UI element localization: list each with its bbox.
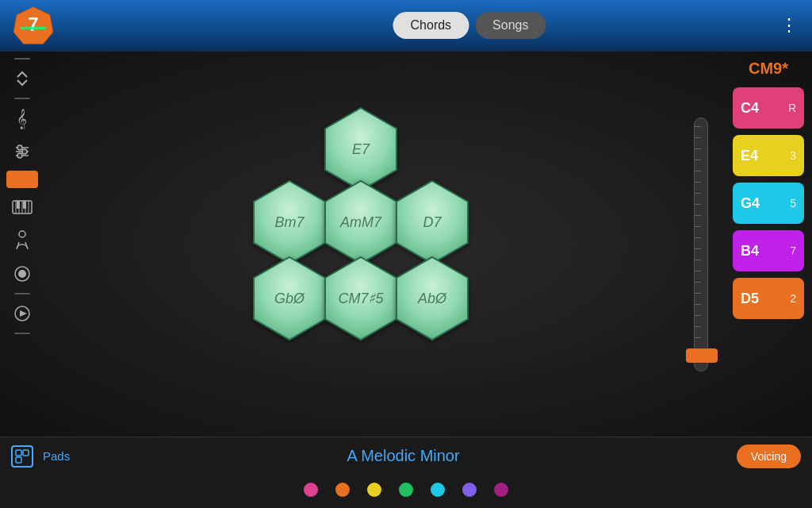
- bottom-bar: Pads A Melodic Minor Voicing: [0, 437, 812, 508]
- orange-sidebar-button[interactable]: [6, 171, 38, 188]
- songs-button[interactable]: Songs: [475, 12, 546, 39]
- piano-icon[interactable]: [8, 193, 36, 221]
- hex-grid: E7 Bm7 AmM7 D7 GbØ CM7♯5 AbØ: [194, 94, 527, 395]
- chord-title: CM9*: [749, 60, 788, 78]
- svg-rect-38: [695, 193, 701, 194]
- note-name-d5: D5: [741, 291, 759, 307]
- mixer-icon[interactable]: [8, 137, 36, 166]
- svg-rect-2: [20, 26, 46, 29]
- clef-icon[interactable]: 𝄞: [8, 104, 36, 133]
- sidebar-dash-4: [14, 333, 30, 334]
- svg-rect-44: [695, 260, 701, 260]
- note-num-c4: R: [788, 102, 796, 114]
- note-card-g4[interactable]: G4 5: [733, 183, 804, 224]
- svg-text:AbØ: AbØ: [416, 291, 446, 306]
- menu-icon[interactable]: ⋮: [780, 15, 799, 36]
- svg-rect-37: [695, 182, 701, 183]
- slider-thumb[interactable]: [686, 348, 718, 363]
- performer-icon[interactable]: [8, 226, 36, 255]
- hex-grid-area: E7 Bm7 AmM7 D7 GbØ CM7♯5 AbØ: [44, 52, 677, 437]
- svg-rect-51: [695, 337, 701, 338]
- note-card-d5[interactable]: D5 2: [733, 278, 804, 319]
- svg-line-19: [17, 242, 19, 248]
- note-name-c4: C4: [741, 100, 759, 117]
- svg-rect-34: [695, 148, 701, 149]
- play-icon[interactable]: [8, 299, 36, 328]
- svg-rect-17: [23, 201, 26, 209]
- color-dots-row: [0, 475, 812, 508]
- note-num-b4: 7: [790, 244, 796, 257]
- sidebar-dash-1: [14, 58, 30, 60]
- svg-rect-35: [695, 160, 701, 160]
- voicing-button[interactable]: Voicing: [737, 444, 801, 468]
- svg-text:𝄞: 𝄞: [17, 109, 27, 129]
- svg-rect-43: [695, 248, 701, 249]
- svg-marker-24: [20, 310, 27, 317]
- dot-orange[interactable]: [335, 483, 350, 497]
- note-num-e4: 3: [790, 149, 796, 162]
- svg-rect-46: [695, 282, 701, 283]
- hex-svg: E7 Bm7 AmM7 D7 GbØ CM7♯5 AbØ: [194, 94, 527, 403]
- svg-rect-33: [695, 137, 701, 138]
- note-card-c4[interactable]: C4 R: [733, 87, 804, 129]
- svg-rect-55: [23, 450, 29, 456]
- svg-rect-40: [695, 215, 701, 216]
- svg-rect-41: [695, 226, 701, 227]
- svg-text:GbØ: GbØ: [274, 291, 304, 306]
- svg-text:AmM7: AmM7: [339, 214, 381, 230]
- svg-rect-50: [695, 326, 701, 327]
- left-sidebar: 𝄞: [0, 52, 44, 437]
- dot-pink[interactable]: [304, 483, 318, 497]
- note-card-b4[interactable]: B4 7: [733, 230, 804, 271]
- svg-rect-32: [695, 126, 701, 127]
- note-name-g4: G4: [741, 195, 760, 212]
- svg-rect-36: [695, 171, 701, 171]
- svg-point-7: [17, 145, 22, 150]
- note-name-b4: B4: [741, 243, 759, 260]
- note-name-e4: E4: [741, 148, 758, 164]
- svg-rect-54: [16, 450, 21, 456]
- sidebar-dash-3: [14, 293, 30, 294]
- note-card-e4[interactable]: E4 3: [733, 135, 804, 176]
- svg-text:CM7♯5: CM7♯5: [338, 291, 384, 306]
- note-num-d5: 2: [790, 292, 796, 305]
- svg-text:7: 7: [29, 13, 39, 34]
- svg-rect-16: [17, 201, 20, 209]
- svg-point-8: [22, 149, 27, 154]
- svg-point-22: [18, 270, 26, 278]
- dot-cyan[interactable]: [431, 483, 445, 497]
- scale-name: A Melodic Minor: [79, 447, 727, 465]
- sidebar-dash-2: [14, 98, 30, 99]
- svg-line-20: [25, 242, 27, 248]
- svg-rect-47: [695, 293, 701, 294]
- header-nav: Chords Songs: [393, 12, 546, 39]
- dot-green[interactable]: [399, 483, 413, 497]
- svg-text:Bm7: Bm7: [274, 214, 304, 230]
- note-num-g4: 5: [790, 197, 796, 210]
- dot-yellow[interactable]: [367, 483, 381, 497]
- up-down-icon[interactable]: [8, 64, 36, 93]
- main-area: 𝄞: [0, 52, 812, 437]
- pads-label: Pads: [43, 449, 70, 463]
- svg-point-9: [17, 153, 22, 158]
- dot-purple[interactable]: [462, 483, 477, 497]
- svg-rect-39: [695, 204, 701, 205]
- svg-text:D7: D7: [423, 214, 442, 230]
- svg-rect-56: [16, 457, 21, 463]
- slider-track[interactable]: [694, 117, 708, 371]
- svg-text:E7: E7: [351, 141, 370, 157]
- svg-rect-45: [695, 271, 701, 271]
- app-logo[interactable]: 7: [13, 5, 54, 46]
- app-header: 7 Chords Songs ⋮: [0, 0, 812, 52]
- svg-rect-48: [695, 304, 701, 305]
- svg-rect-42: [695, 237, 701, 238]
- pads-icon[interactable]: [11, 445, 33, 468]
- volume-slider-area: [677, 52, 725, 437]
- record-icon[interactable]: [8, 260, 36, 288]
- bottom-controls: Pads A Melodic Minor Voicing: [0, 437, 812, 475]
- chord-notes-panel: CM9* C4 R E4 3 G4 5 B4 7 D5 2: [725, 52, 812, 437]
- svg-rect-49: [695, 315, 701, 316]
- chords-button[interactable]: Chords: [393, 12, 469, 39]
- dot-dark-purple[interactable]: [494, 483, 508, 497]
- svg-point-18: [19, 231, 25, 237]
